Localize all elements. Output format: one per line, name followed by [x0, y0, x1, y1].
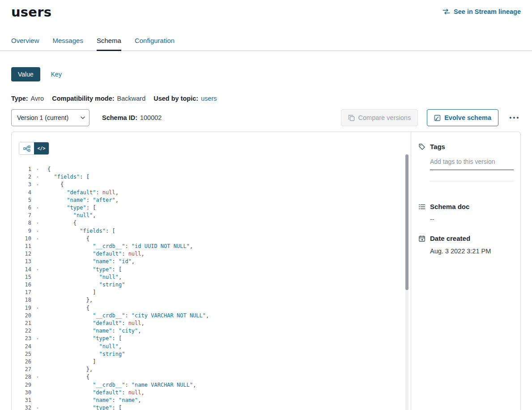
tab-configuration[interactable]: Configuration [135, 34, 174, 50]
compare-icon [348, 115, 355, 121]
code-text: }, [47, 366, 93, 373]
line-number: 27 [12, 366, 31, 373]
line-number: 31 [12, 397, 31, 404]
schema-panel: </> 1▾{2▾"fields": [3▾{4"default": null,… [11, 132, 521, 410]
line-number: 18 [12, 296, 31, 304]
schema-doc-value: -- [430, 216, 513, 223]
fold-toggle-icon[interactable]: ▾ [34, 304, 41, 312]
code-line: 10▾{ [12, 235, 411, 243]
code-view-icon: </> [37, 146, 45, 151]
fold-toggle-icon[interactable]: ▾ [34, 219, 41, 227]
code-text: "__crdb__": "city VARCHAR NOT NULL", [47, 312, 209, 320]
code-line: 1▾{ [12, 166, 411, 173]
code-text: "null", [47, 273, 122, 281]
line-number: 15 [12, 273, 31, 281]
sidebar-divider [430, 181, 514, 181]
fold-toggle-icon[interactable]: ▾ [34, 335, 41, 342]
scrollbar-thumb[interactable] [405, 154, 409, 290]
line-number: 1 [12, 166, 31, 173]
code-text: "fields": [ [47, 227, 115, 235]
fold-toggle-icon[interactable]: ▾ [34, 235, 41, 243]
line-number: 9 [12, 227, 31, 235]
fold-toggle-icon[interactable]: ▾ [34, 181, 41, 188]
compatibility-label: Compatibility mode: [52, 95, 114, 102]
date-created-value: Aug. 3 2022 3:21 PM [430, 248, 513, 255]
tree-view-button[interactable] [19, 142, 34, 154]
code-text: { [47, 181, 64, 188]
code-line: 24"null", [12, 343, 411, 350]
compatibility-group: Compatibility mode: Backward [52, 95, 145, 102]
code-text: { [47, 166, 51, 173]
topic-group: Used by topic: users [153, 95, 217, 102]
tags-input[interactable] [430, 158, 514, 170]
fold-toggle-icon[interactable]: ▾ [34, 266, 41, 273]
code-line: 16"string" [12, 281, 411, 289]
code-text: "default": null, [47, 320, 145, 327]
line-number: 4 [12, 189, 31, 196]
fold-toggle-icon[interactable]: ▾ [34, 204, 41, 212]
value-toggle-button[interactable]: Value [11, 67, 40, 81]
line-number: 5 [12, 196, 31, 204]
line-number: 24 [12, 343, 31, 350]
line-number: 2 [12, 173, 31, 181]
topic-label: Used by topic: [153, 95, 198, 102]
compare-versions-label: Compare versions [358, 114, 411, 121]
line-number: 3 [12, 181, 31, 188]
code-line: 11"__crdb__": "id UUID NOT NULL", [12, 243, 411, 250]
tab-overview[interactable]: Overview [11, 34, 39, 50]
code-line: 9▾"fields": [ [12, 227, 411, 235]
evolve-schema-label: Evolve schema [444, 114, 491, 121]
line-number: 19 [12, 304, 31, 312]
line-number: 32 [12, 404, 31, 410]
evolve-schema-button[interactable]: Evolve schema [427, 109, 498, 126]
schema-id-label: Schema ID: [102, 114, 137, 121]
line-number: 26 [12, 358, 31, 366]
tab-schema[interactable]: Schema [97, 34, 121, 50]
code-text: "string" [47, 350, 125, 358]
code-text: "null", [47, 343, 122, 350]
line-number: 23 [12, 335, 31, 342]
topic-link[interactable]: users [201, 95, 217, 102]
schema-sidebar: Tags Schema doc -- [411, 132, 520, 410]
fold-toggle-icon[interactable]: ▾ [34, 373, 41, 381]
code-line: 6▾"type": [ [12, 204, 411, 212]
fold-toggle-icon[interactable]: ▾ [34, 166, 41, 173]
version-select[interactable]: Version 1 (current) [11, 109, 89, 126]
code-line: 31"name": "name", [12, 397, 411, 404]
key-toggle-button[interactable]: Key [51, 71, 62, 78]
evolve-icon [434, 115, 441, 121]
line-number: 12 [12, 250, 31, 258]
tree-view-icon [23, 145, 30, 152]
schema-meta: Type: Avro Compatibility mode: Backward … [11, 95, 521, 102]
version-actions: Compare versions Evolve schema [341, 109, 521, 126]
more-options-button[interactable] [507, 115, 521, 121]
code-line: 14▾"type": [ [12, 266, 411, 273]
code-line: 28▾{ [12, 373, 411, 381]
date-created-title: Date created [430, 235, 470, 242]
code-line: 23▾"type": [ [12, 335, 411, 342]
code-text: "type": [ [47, 335, 122, 342]
fold-toggle-icon[interactable]: ▾ [34, 173, 41, 181]
compare-versions-button[interactable]: Compare versions [341, 109, 418, 126]
line-number: 11 [12, 243, 31, 250]
code-text: "__crdb__": "id UUID NOT NULL", [47, 243, 193, 250]
version-select-wrap: Version 1 (current) [11, 109, 89, 126]
code-text: ] [47, 289, 96, 296]
line-number: 14 [12, 266, 31, 273]
stream-lineage-link[interactable]: See in Stream lineage [443, 8, 521, 15]
line-number: 28 [12, 373, 31, 381]
line-number: 8 [12, 219, 31, 227]
code-text: { [47, 304, 89, 312]
page-title: users [11, 4, 51, 20]
fold-toggle-icon[interactable]: ▾ [34, 227, 41, 235]
fold-toggle-icon[interactable]: ▾ [34, 404, 41, 410]
line-number: 29 [12, 381, 31, 389]
editor-scrollbar[interactable] [405, 154, 409, 410]
tab-messages[interactable]: Messages [53, 34, 83, 50]
line-number: 7 [12, 212, 31, 219]
code-line: 2▾"fields": [ [12, 173, 411, 181]
schema-doc-section-header: Schema doc [418, 203, 513, 210]
code-text: { [47, 373, 89, 381]
code-view-button[interactable]: </> [34, 142, 49, 154]
code-text: "type": [ [47, 266, 122, 273]
